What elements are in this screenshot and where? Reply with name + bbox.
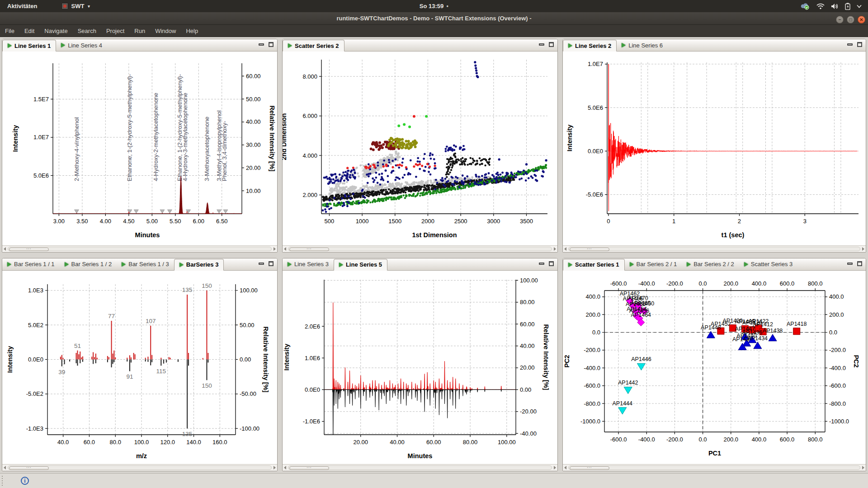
tab-bar-series-1-3[interactable]: Bar Series 1 / 3 — [117, 258, 174, 270]
view-panel-2: Line Series 2Line Series 60123-5.0E60.0E… — [562, 39, 866, 253]
scrollbar-thumb[interactable] — [289, 466, 329, 470]
tab-scatter-series-3[interactable]: Scatter Series 3 — [739, 258, 798, 270]
scroll-left-arrow[interactable] — [284, 247, 286, 251]
tab-scatter-series-1[interactable]: Scatter Series 1 — [563, 259, 625, 271]
scrollbar-thumb[interactable] — [9, 248, 49, 251]
scroll-left-arrow[interactable] — [4, 247, 6, 251]
scrollbar-groove[interactable] — [8, 465, 272, 470]
svg-text:5.0E6: 5.0E6 — [33, 172, 49, 179]
menu-search[interactable]: Search — [73, 26, 101, 36]
menu-run[interactable]: Run — [129, 26, 150, 36]
minimize-view-icon[interactable] — [539, 263, 544, 265]
horizontal-scrollbar[interactable] — [2, 464, 277, 471]
minimize-view-icon[interactable] — [259, 43, 264, 46]
minimize-view-icon[interactable] — [847, 43, 853, 46]
scroll-left-arrow[interactable] — [284, 466, 286, 469]
scrollbar-groove[interactable] — [288, 247, 552, 251]
maximize-view-icon[interactable] — [269, 42, 274, 47]
svg-text:0.00: 0.00 — [520, 386, 531, 393]
scroll-right-arrow[interactable] — [554, 247, 556, 251]
tab-line-series-2[interactable]: Line Series 2 — [563, 40, 617, 52]
menu-file[interactable]: File — [0, 26, 19, 36]
maximize-view-icon[interactable] — [857, 42, 862, 47]
window-maximize-button[interactable]: □ — [847, 16, 854, 23]
scroll-right-arrow[interactable] — [274, 466, 276, 469]
chart-canvas-5[interactable]: -600.0-600.0-400.0-400.0-200.0-200.00.00… — [563, 271, 866, 465]
horizontal-scrollbar[interactable] — [283, 464, 557, 471]
tab-line-series-5[interactable]: Line Series 5 — [334, 259, 387, 271]
scroll-right-arrow[interactable] — [862, 247, 864, 251]
tab-label: Scatter Series 1 — [575, 261, 619, 268]
tab-barseries-3[interactable]: BarSeries 3 — [174, 259, 224, 271]
scrollbar-groove[interactable] — [568, 247, 860, 251]
scroll-left-arrow[interactable] — [564, 247, 566, 251]
scrollbar-groove[interactable] — [288, 465, 552, 470]
horizontal-scrollbar[interactable] — [2, 245, 277, 252]
menu-navigate[interactable]: Navigate — [39, 26, 72, 36]
maximize-view-icon[interactable] — [549, 261, 554, 266]
maximize-view-icon[interactable] — [549, 42, 554, 47]
scroll-right-arrow[interactable] — [862, 466, 864, 469]
tab-scatter-series-2[interactable]: Scatter Series 2 — [283, 40, 344, 52]
horizontal-scrollbar[interactable] — [283, 245, 557, 252]
tab-bar-series-2-1[interactable]: Bar Series 2 / 1 — [625, 258, 682, 270]
maximize-view-icon[interactable] — [269, 261, 274, 266]
svg-text:-200.0: -200.0 — [584, 347, 600, 353]
svg-text:AP1446: AP1446 — [631, 356, 651, 362]
menu-help[interactable]: Help — [181, 26, 203, 36]
svg-text:400.0: 400.0 — [752, 436, 767, 443]
series-play-icon — [61, 43, 65, 47]
chart-canvas-0[interactable]: 3.003.504.004.505.005.506.006.505.0E61.0… — [2, 52, 277, 245]
horizontal-scrollbar[interactable] — [563, 245, 866, 252]
tab-line-series-6[interactable]: Line Series 6 — [617, 39, 668, 51]
scroll-right-arrow[interactable] — [554, 466, 556, 469]
svg-text:5.00: 5.00 — [146, 218, 158, 225]
scroll-right-arrow[interactable] — [274, 247, 276, 251]
chart-canvas-4[interactable]: 20.0040.0060.0080.00100.002.0E61.0E60.0E… — [283, 271, 557, 465]
tab-line-series-3[interactable]: Line Series 3 — [283, 258, 334, 270]
svg-text:3.50: 3.50 — [76, 218, 88, 225]
system-tray[interactable] — [800, 3, 868, 10]
window-minimize-button[interactable]: – — [836, 16, 844, 23]
svg-text:-200.0: -200.0 — [666, 280, 683, 287]
scroll-left-arrow[interactable] — [564, 466, 566, 469]
menu-edit[interactable]: Edit — [19, 26, 39, 36]
minimize-view-icon[interactable] — [847, 263, 853, 265]
svg-text:-50.00: -50.00 — [240, 390, 256, 397]
chart-canvas-2[interactable]: 0123-5.0E60.0E05.0E61.0E7t1 (sec)Intensi… — [563, 52, 866, 245]
series-play-icon — [622, 43, 626, 47]
statusbar-drag-handle[interactable] — [2, 476, 3, 486]
tab-bar: Line Series 3Line Series 5 — [283, 258, 557, 271]
svg-text:3000: 3000 — [487, 218, 500, 225]
chart-canvas-3[interactable]: 40.060.080.0100.0120.0140.0160.01.0E35.0… — [2, 271, 277, 465]
tab-bar-series-1-1[interactable]: Bar Series 1 / 1 — [2, 258, 60, 270]
svg-text:100.00: 100.00 — [240, 287, 258, 294]
minimize-view-icon[interactable] — [539, 43, 544, 46]
svg-text:140.0: 140.0 — [186, 439, 201, 446]
info-icon[interactable]: i — [21, 477, 29, 485]
maximize-view-icon[interactable] — [857, 261, 862, 266]
tab-line-series-1[interactable]: Line Series 1 — [2, 40, 56, 52]
svg-text:-400.0: -400.0 — [638, 436, 655, 443]
menu-window[interactable]: Window — [150, 26, 181, 36]
menu-project[interactable]: Project — [101, 26, 129, 36]
tab-bar-series-2-2[interactable]: Bar Series 2 / 2 — [682, 258, 739, 270]
window-close-button[interactable]: ✕ — [858, 16, 865, 23]
view-panel-3: Bar Series 1 / 1Bar Series 1 / 2Bar Seri… — [2, 258, 278, 472]
scroll-left-arrow[interactable] — [4, 466, 6, 469]
chart-canvas-1[interactable]: 5001000150020002500300035002.0004.0006.0… — [283, 52, 557, 245]
horizontal-scrollbar[interactable] — [563, 464, 866, 471]
scrollbar-groove[interactable] — [568, 465, 860, 470]
scrollbar-thumb[interactable] — [570, 248, 609, 251]
clock[interactable]: So 13:59● — [0, 3, 868, 9]
scrollbar-thumb[interactable] — [9, 466, 49, 470]
minimize-view-icon[interactable] — [259, 263, 264, 265]
tab-line-series-4[interactable]: Line Series 4 — [56, 39, 107, 51]
scrollbar-groove[interactable] — [8, 247, 272, 251]
svg-text:2500: 2500 — [454, 218, 467, 225]
scrollbar-thumb[interactable] — [570, 466, 609, 470]
scrollbar-thumb[interactable] — [289, 248, 329, 251]
svg-text:Intensity: Intensity — [283, 343, 290, 371]
window-title-bar[interactable]: runtime-SWTChartDemos - Demo - SWTChart … — [0, 12, 868, 25]
tab-bar-series-1-2[interactable]: Bar Series 1 / 2 — [60, 258, 117, 270]
